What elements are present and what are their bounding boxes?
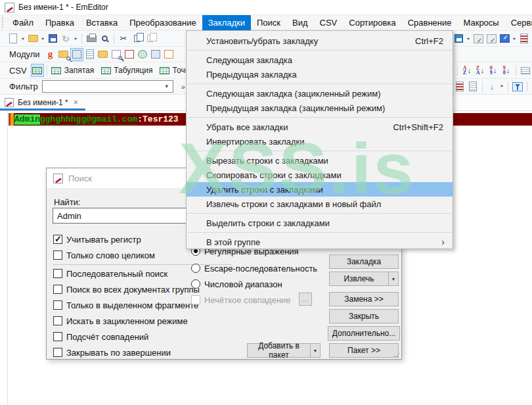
word-complete-icon[interactable] — [162, 48, 175, 61]
filter-dropdown-icon[interactable]: ▼ — [161, 83, 173, 89]
checkbox-wrap-around[interactable]: Искать в зацикленном режиме — [53, 316, 188, 326]
email-link-text[interactable]: gghghhhgg@gmail.com — [40, 114, 137, 125]
radio-number-range[interactable]: Числовой диапазон — [191, 279, 282, 289]
checkbox-all-documents[interactable]: Поиск во всех документах группы — [53, 284, 200, 295]
menu-convert[interactable]: Преобразование — [123, 15, 202, 30]
checkbox-incremental[interactable]: Последовательный поиск — [53, 268, 167, 279]
open-file-icon[interactable] — [26, 32, 39, 45]
html-tool-icon[interactable] — [123, 48, 136, 61]
checkbox-selection-only[interactable]: Только в выделенном фрагменте — [53, 300, 198, 310]
toolbar-grip[interactable] — [2, 17, 5, 28]
menu-compare[interactable]: Сравнение — [402, 15, 458, 30]
resize-grip[interactable] — [393, 351, 400, 358]
find-in-files-icon[interactable] — [57, 48, 70, 61]
sort-az-icon[interactable]: AZ↓ — [460, 64, 474, 77]
menu-item-extract-bookmarked-lines[interactable]: Извлечь строки с закладками в новый файл — [187, 197, 453, 211]
replace-button[interactable]: Замена >> — [329, 292, 399, 306]
menu-item-select-bookmarked-lines[interactable]: Выделить строки с закладками — [187, 216, 453, 230]
checkbox-match-case[interactable]: Учитывать регистр — [53, 234, 141, 245]
menu-item-cut-bookmarked-lines[interactable]: Вырезать строки с закладками — [187, 153, 453, 168]
menu-insert[interactable]: Вставка — [80, 15, 123, 30]
menu-edit[interactable]: Правка — [39, 15, 80, 30]
list-lines-icon[interactable] — [83, 48, 97, 61]
menu-item-toggle-bookmark[interactable]: Установить/убрать закладкуCtrl+F2 — [187, 34, 453, 48]
filter-toolbar-label: Фильтр — [7, 82, 42, 91]
close-button[interactable]: Закрыть — [329, 309, 399, 323]
paste-icon[interactable] — [143, 32, 156, 45]
print-preview-icon[interactable] — [98, 32, 111, 45]
checkbox-box — [53, 300, 62, 310]
menu-item-next-bookmark-wrap[interactable]: Следующая закладка (зацикленный режим) — [187, 86, 453, 101]
marker-dropdown[interactable] — [465, 32, 472, 45]
menu-macros[interactable]: Макросы — [457, 15, 504, 30]
heading-doc-red-icon[interactable] — [453, 80, 466, 93]
filter-input[interactable]: ▼ — [42, 80, 173, 93]
add-to-batch-dropdown[interactable] — [310, 344, 320, 357]
sort-09-icon[interactable]: 09↓ — [487, 64, 500, 77]
menu-item-invert-bookmarks[interactable]: Инвертировать закладки — [187, 134, 453, 149]
go-down-dropdown[interactable] — [499, 80, 505, 93]
snippets-icon[interactable] — [149, 48, 162, 61]
menu-sort[interactable]: Сортировка — [343, 15, 401, 30]
charmap-tool-icon[interactable] — [70, 48, 83, 61]
radio-escape-sequence[interactable]: Escape-последовательность — [191, 263, 317, 274]
filter-funnel-icon[interactable] — [511, 80, 524, 93]
csv-comma-label[interactable]: Запятая — [63, 66, 99, 75]
menu-item-previous-bookmark-wrap[interactable]: Предыдущая закладка (зацикленный режим) — [187, 101, 453, 115]
csv-semicolon-icon[interactable] — [158, 64, 171, 77]
sort-90-icon[interactable]: 90↓ — [500, 64, 513, 77]
bookmark-button[interactable]: Закладка — [329, 254, 399, 269]
menu-file[interactable]: Файл — [7, 15, 39, 30]
batch-button[interactable]: Пакет >> — [329, 343, 399, 358]
password-text: Tesr123 — [143, 114, 179, 124]
cut-icon[interactable]: ✂ — [117, 32, 130, 45]
clipped-icon[interactable] — [518, 32, 531, 45]
menu-item-copy-bookmarked-lines[interactable]: Скопировать строки с закладками — [187, 168, 453, 182]
manage-columns-icon[interactable] — [519, 64, 532, 77]
web-preview-icon[interactable] — [136, 48, 149, 61]
refresh-dropdown[interactable] — [72, 32, 79, 45]
open-file-dropdown[interactable] — [39, 32, 46, 45]
menu-csv[interactable]: CSV — [314, 15, 344, 30]
csv-tab-icon[interactable] — [99, 64, 112, 77]
csv-standard-icon[interactable] — [31, 64, 44, 77]
select-word-icon[interactable] — [472, 32, 485, 45]
menu-item-delete-bookmarked-lines[interactable]: Удалить строки с закладками — [187, 182, 453, 197]
checkbox-count-matches[interactable]: Подсчёт совпадений — [53, 331, 148, 342]
new-file-dropdown[interactable] — [20, 32, 26, 45]
advanced-button[interactable]: Дополнительно... — [328, 326, 400, 341]
heading-doc-icon[interactable] — [466, 80, 479, 93]
tab-untitled-1[interactable]: Без имени-1 * × — [0, 95, 85, 110]
go-down-icon[interactable]: ↓ — [485, 80, 499, 93]
checkbox-list-icon[interactable] — [498, 32, 511, 45]
select-all-icon[interactable] — [485, 32, 498, 45]
checkbox-list-dropdown[interactable] — [511, 32, 518, 45]
extract-dropdown[interactable] — [388, 272, 398, 285]
tab-close-icon[interactable]: × — [72, 98, 79, 107]
menu-item-clear-all-bookmarks[interactable]: Убрать все закладкиCtrl+Shift+F2 — [187, 120, 453, 134]
checkbox-whole-word[interactable]: Только слово целиком — [53, 250, 155, 260]
copy-icon[interactable] — [130, 32, 143, 45]
toolbar-separator — [508, 82, 508, 92]
marker-icon[interactable] — [452, 32, 465, 45]
csv-tab-label[interactable]: Табуляция — [112, 66, 158, 75]
menu-view[interactable]: Вид — [286, 15, 314, 30]
sort-za-icon[interactable]: ZA↓ — [474, 64, 487, 77]
menu-tools[interactable]: Сервис — [505, 15, 532, 30]
print-icon[interactable] — [85, 32, 98, 45]
folder-open-tool-icon[interactable] — [97, 48, 110, 61]
menu-item-previous-bookmark[interactable]: Предыдущая закладка — [187, 67, 453, 82]
add-to-batch-button[interactable]: Добавить в пакет — [247, 343, 321, 358]
menu-bookmarks[interactable]: Закладки — [202, 15, 251, 30]
menu-item-this-group[interactable]: В этой группе › — [187, 235, 453, 249]
csv-comma-icon[interactable] — [50, 64, 63, 77]
g-module-icon[interactable]: g — [44, 48, 57, 61]
save-icon[interactable] — [46, 32, 59, 45]
menu-item-next-bookmark[interactable]: Следующая закладка — [187, 53, 453, 67]
extract-button[interactable]: Извлечь — [329, 272, 399, 286]
search-doc-icon[interactable] — [110, 48, 123, 61]
refresh-icon[interactable]: ↻ — [59, 32, 72, 45]
new-file-icon[interactable] — [7, 32, 20, 45]
checkbox-close-when-done[interactable]: Закрывать по завершении — [53, 347, 171, 358]
menu-search[interactable]: Поиск — [251, 15, 286, 30]
